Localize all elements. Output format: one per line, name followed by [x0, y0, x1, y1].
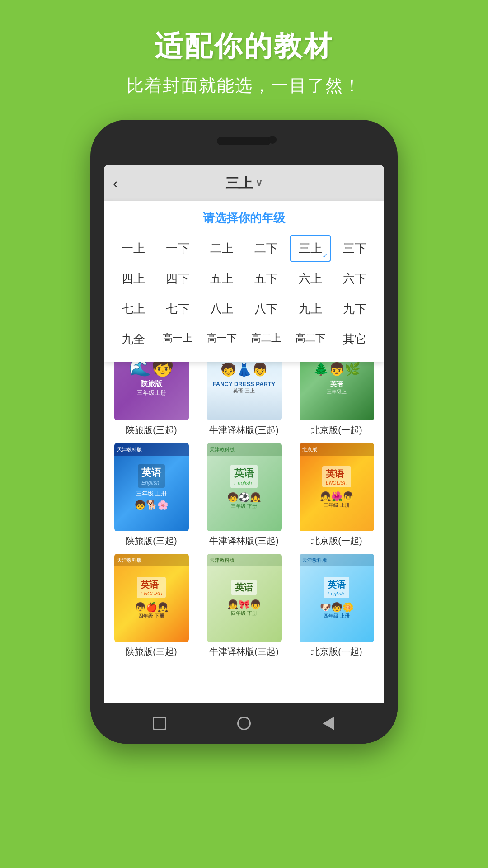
- back-nav-icon: [323, 717, 334, 730]
- book-label-4: 陕旅版(三起): [126, 535, 177, 547]
- home-icon: [237, 717, 251, 730]
- grade-item-高二上[interactable]: 高二上: [246, 326, 286, 353]
- grade-item-九下[interactable]: 九下: [334, 296, 375, 322]
- grade-item-七上[interactable]: 七上: [113, 296, 154, 322]
- grade-item-一上[interactable]: 一上: [113, 235, 154, 262]
- book-item-6[interactable]: 北京版 英语 ENGLISH 👧🌺👦 三年级 上册 北京版(一起): [294, 443, 380, 547]
- book-item-4[interactable]: 天津教科版 英语 English 三年级 上册 🧒🐕🌸 陕旅版(三起): [108, 443, 194, 547]
- book-cover-7: 天津教科版 英语 ENGLISH 👦🍎👧 四年级 下册: [114, 554, 189, 642]
- book-cover-9: 天津教科版 英语 English 🐶🧒🌼 四年级 上册: [300, 554, 374, 642]
- grade-item-五下[interactable]: 五下: [246, 265, 286, 292]
- grade-item-六下[interactable]: 六下: [334, 265, 375, 292]
- book-cover-5: 天津教科版 英语 English 🧒⚽👧 三年级 下册: [207, 443, 282, 531]
- phone-speaker: [217, 137, 271, 145]
- grade-grid: 一上 一下 二上 二下 三上 三下 四上 四下 五上 五下 六上 六下 七上 七…: [108, 235, 380, 353]
- phone-screen: ‹ 三上 ∨ 请选择你的年级 一上 一下 二上 二下 三上 三下 四上 四下 五…: [104, 165, 384, 708]
- book-item-7[interactable]: 天津教科版 英语 ENGLISH 👦🍎👧 四年级 下册 陕旅版(三起): [108, 554, 194, 658]
- book-cover-8: 天津教科版 英语 👧🎀👦 四年级 下册: [207, 554, 282, 642]
- grade-item-三下[interactable]: 三下: [334, 235, 375, 262]
- grade-item-六上[interactable]: 六上: [290, 265, 331, 292]
- grade-item-八上[interactable]: 八上: [202, 296, 242, 322]
- book-cover-4: 天津教科版 英语 English 三年级 上册 🧒🐕🌸: [114, 443, 189, 531]
- grade-item-三上[interactable]: 三上: [290, 235, 331, 262]
- grade-dropdown: 请选择你的年级 一上 一下 二上 二下 三上 三下 四上 四下 五上 五下 六上…: [104, 201, 384, 362]
- nav-bar: ‹ 三上 ∨: [104, 165, 384, 201]
- header-title: 适配你的教材: [155, 27, 333, 65]
- book-grid: 六年级·下册 🌊🧒 陕旅版 三年级上册 陕旅版(三起) 牛津译林版 🧒👗👦 FA…: [104, 328, 384, 662]
- grade-item-八下[interactable]: 八下: [246, 296, 286, 322]
- phone-bottom-nav: [90, 703, 398, 744]
- grade-item-高二下[interactable]: 高二下: [290, 326, 331, 353]
- grade-item-七下[interactable]: 七下: [157, 296, 198, 322]
- book-label-7: 陕旅版(三起): [126, 646, 177, 658]
- grade-item-高一下[interactable]: 高一下: [202, 326, 242, 353]
- book-item-8[interactable]: 天津教科版 英语 👧🎀👦 四年级 下册 牛津译林版(三起): [201, 554, 287, 658]
- grade-item-五上[interactable]: 五上: [202, 265, 242, 292]
- grade-prompt: 请选择你的年级: [108, 210, 380, 226]
- nav-title-text: 三上: [225, 174, 253, 193]
- book-label-3: 北京版(一起): [311, 424, 362, 436]
- chevron-down-icon: ∨: [255, 177, 263, 189]
- grade-item-一下[interactable]: 一下: [157, 235, 198, 262]
- book-item-9[interactable]: 天津教科版 英语 English 🐶🧒🌼 四年级 上册 北京版(一起): [294, 554, 380, 658]
- grade-item-二下[interactable]: 二下: [246, 235, 286, 262]
- grade-item-高一上[interactable]: 高一上: [157, 326, 198, 353]
- book-label-1: 陕旅版(三起): [126, 424, 177, 436]
- book-label-8: 牛津译林版(三起): [209, 646, 278, 658]
- recent-apps-icon: [153, 717, 166, 730]
- recent-apps-button[interactable]: [148, 714, 171, 732]
- header-subtitle: 比着封面就能选，一目了然！: [127, 74, 361, 97]
- book-label-9: 北京版(一起): [311, 646, 362, 658]
- book-cover-6: 北京版 英语 ENGLISH 👧🌺👦 三年级 上册: [300, 443, 374, 531]
- home-button[interactable]: [233, 714, 255, 732]
- book-label-2: 牛津译林版(三起): [209, 424, 278, 436]
- grade-item-四上[interactable]: 四上: [113, 265, 154, 292]
- nav-title-area[interactable]: 三上 ∨: [225, 174, 263, 193]
- back-button[interactable]: ‹: [113, 175, 118, 192]
- grade-item-九上[interactable]: 九上: [290, 296, 331, 322]
- grade-item-其它[interactable]: 其它: [334, 326, 375, 353]
- book-label-6: 北京版(一起): [311, 535, 362, 547]
- book-label-5: 牛津译林版(三起): [209, 535, 278, 547]
- grade-item-二上[interactable]: 二上: [202, 235, 242, 262]
- phone-camera: [268, 136, 277, 144]
- phone-frame: ‹ 三上 ∨ 请选择你的年级 一上 一下 二上 二下 三上 三下 四上 四下 五…: [90, 120, 398, 744]
- book-item-5[interactable]: 天津教科版 英语 English 🧒⚽👧 三年级 下册 牛津译林版(三起): [201, 443, 287, 547]
- back-nav-button[interactable]: [317, 714, 340, 732]
- grade-item-九全[interactable]: 九全: [113, 326, 154, 353]
- grade-item-四下[interactable]: 四下: [157, 265, 198, 292]
